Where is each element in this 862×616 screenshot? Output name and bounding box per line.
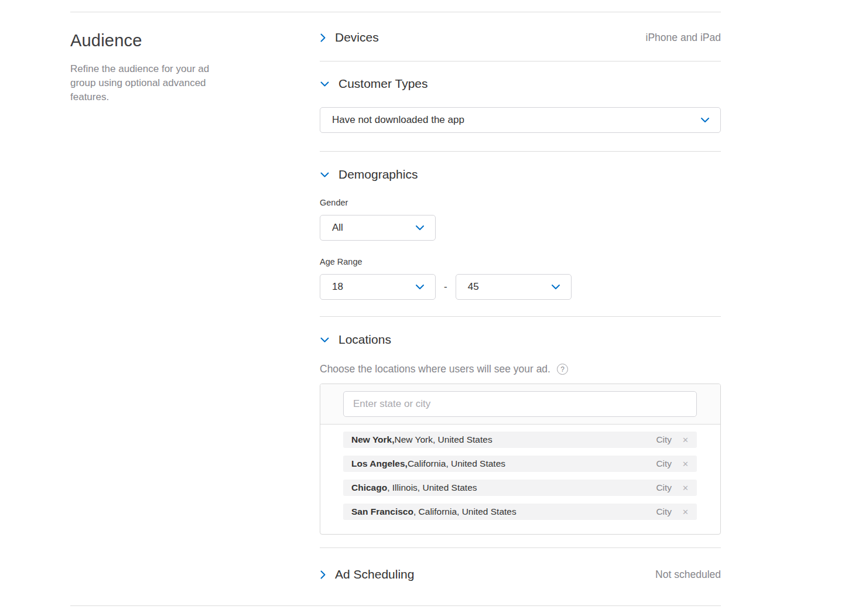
bottom-divider — [70, 605, 721, 606]
location-region: California, United States — [408, 458, 505, 469]
location-region: , Illinois, United States — [387, 482, 477, 493]
demographics-header[interactable]: Demographics — [320, 167, 721, 182]
ad-scheduling-value: Not scheduled — [655, 569, 721, 581]
remove-location-icon[interactable]: ✕ — [682, 436, 689, 444]
age-range-row: 18 - 45 — [320, 274, 721, 300]
location-row: New York, New York, United States City ✕ — [343, 432, 697, 448]
help-icon[interactable]: ? — [557, 364, 568, 375]
section-intro: Audience Refine the audience for your ad… — [70, 12, 320, 605]
ad-scheduling-section: Ad Scheduling Not scheduled — [320, 548, 721, 605]
location-row: San Francisco , California, United State… — [343, 504, 697, 520]
customer-types-label: Customer Types — [338, 77, 428, 91]
remove-location-icon[interactable]: ✕ — [682, 508, 689, 516]
locations-label: Locations — [338, 333, 391, 347]
chevron-down-icon — [415, 284, 425, 290]
chevron-down-icon[interactable] — [320, 337, 330, 343]
location-type-badge: City — [656, 458, 672, 469]
devices-header[interactable]: Devices iPhone and iPad — [320, 30, 721, 45]
age-range-label: Age Range — [320, 257, 721, 266]
location-name: Los Angeles, — [351, 458, 408, 469]
ad-scheduling-header[interactable]: Ad Scheduling Not scheduled — [320, 567, 721, 581]
location-name: San Francisco — [351, 507, 413, 517]
location-type-badge: City — [656, 507, 672, 517]
customer-types-header[interactable]: Customer Types — [320, 77, 721, 91]
age-max-select[interactable]: 45 — [456, 274, 572, 300]
demographics-section: Demographics Gender All Age Range 18 - — [320, 152, 721, 316]
location-type-badge: City — [656, 434, 672, 445]
location-region: New York, United States — [395, 434, 492, 445]
page-description: Refine the audience for your ad group us… — [70, 62, 216, 104]
gender-selected-value: All — [332, 222, 343, 234]
audience-page: Audience Refine the audience for your ad… — [0, 12, 862, 605]
demographics-label: Demographics — [338, 167, 418, 182]
customer-type-select[interactable]: Have not downloaded the app — [320, 107, 721, 133]
audience-settings: Devices iPhone and iPad Customer Types H… — [320, 12, 721, 605]
locations-panel: New York, New York, United States City ✕… — [320, 384, 721, 535]
chevron-down-icon — [700, 117, 710, 123]
location-search-input[interactable] — [343, 391, 697, 417]
gender-select[interactable]: All — [320, 215, 436, 241]
ad-scheduling-label: Ad Scheduling — [335, 567, 414, 581]
gender-label: Gender — [320, 198, 721, 207]
remove-location-icon[interactable]: ✕ — [682, 460, 689, 468]
locations-header[interactable]: Locations — [320, 333, 721, 347]
remove-location-icon[interactable]: ✕ — [682, 484, 689, 492]
chevron-right-icon[interactable] — [320, 570, 326, 580]
age-range-separator: - — [444, 281, 447, 293]
chevron-down-icon — [551, 284, 560, 290]
location-row: Los Angeles, California, United States C… — [343, 456, 697, 472]
locations-helper-row: Choose the locations where users will se… — [320, 363, 721, 375]
customer-type-selected-value: Have not downloaded the app — [332, 114, 464, 126]
devices-value: iPhone and iPad — [646, 32, 721, 44]
chevron-down-icon — [415, 225, 425, 231]
chevron-right-icon[interactable] — [320, 33, 326, 43]
location-type-badge: City — [656, 482, 672, 493]
age-max-value: 45 — [468, 281, 479, 293]
locations-helper-text: Choose the locations where users will se… — [320, 363, 550, 375]
location-name: New York, — [351, 434, 395, 445]
chevron-down-icon[interactable] — [320, 81, 330, 87]
devices-label: Devices — [335, 30, 379, 45]
age-min-value: 18 — [332, 281, 343, 293]
page-title: Audience — [70, 31, 320, 50]
locations-section: Locations Choose the locations where use… — [320, 317, 721, 547]
location-name: Chicago — [351, 482, 387, 493]
location-region: , California, United States — [413, 507, 516, 517]
location-list: New York, New York, United States City ✕… — [320, 425, 720, 534]
devices-section: Devices iPhone and iPad — [320, 12, 721, 61]
location-row: Chicago , Illinois, United States City ✕ — [343, 480, 697, 496]
customer-types-section: Customer Types Have not downloaded the a… — [320, 61, 721, 151]
location-search-area — [320, 384, 720, 425]
chevron-down-icon[interactable] — [320, 172, 330, 178]
age-min-select[interactable]: 18 — [320, 274, 436, 300]
